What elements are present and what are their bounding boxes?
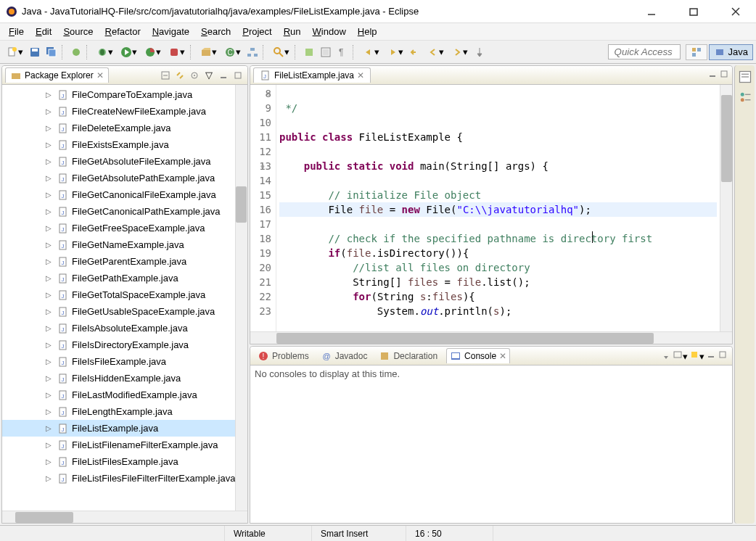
coverage-button[interactable]: ▾ (141, 44, 164, 60)
java-perspective-button[interactable]: Java (709, 44, 753, 60)
tree-hscrollbar[interactable] (2, 511, 247, 523)
code-line[interactable]: // initialize File object (279, 188, 717, 202)
tree-item[interactable]: ▷JFileCompareToExample.java (2, 86, 247, 103)
save-all-button[interactable] (44, 44, 59, 60)
quick-access-input[interactable] (608, 44, 681, 59)
tree-item[interactable]: ▷JFileLastModifiedExample.java (2, 387, 247, 403)
pin-console-icon[interactable] (661, 350, 671, 362)
link-editor-icon[interactable] (173, 69, 186, 82)
menu-search[interactable]: Search (195, 25, 237, 38)
open-perspective-button[interactable] (686, 44, 707, 60)
open-type-button[interactable] (68, 44, 84, 60)
menu-help[interactable]: Help (352, 25, 383, 38)
last-edit-button[interactable] (407, 44, 423, 60)
code-line[interactable]: File file = new File("C:\\javatutorialhq… (279, 202, 717, 217)
tree-item[interactable]: ▷JFileGetUsableSpaceExample.java (2, 303, 247, 320)
menu-navigate[interactable]: Navigate (147, 25, 195, 38)
editor-tab[interactable]: J FileListExample.java ✕ (253, 67, 371, 83)
tree-item[interactable]: ▷JFileLengthExample.java (2, 403, 247, 420)
console-maximize-icon[interactable] (718, 350, 728, 362)
toggle-block-button[interactable] (318, 44, 334, 60)
tab-declaration[interactable]: Declaration (376, 349, 440, 363)
tree-item[interactable]: ▷JFileIsFileExample.java (2, 353, 247, 370)
tree-item[interactable]: ▷JFileGetCanonicalPathExample.java (2, 203, 247, 220)
tree-item[interactable]: ▷JFileIsAbsoluteExample.java (2, 320, 247, 336)
menu-run[interactable]: Run (278, 25, 307, 38)
code-line[interactable]: for(String s:files){ (279, 289, 717, 304)
code-line[interactable]: public static void main(String[] args) { (279, 159, 717, 173)
code-line[interactable]: //list all files on directory (279, 260, 717, 275)
display-console-icon[interactable]: ▾ (673, 350, 688, 362)
tree-item[interactable]: ▷JFileGetFreeSpaceExample.java (2, 220, 247, 236)
close-button[interactable] (721, 1, 750, 22)
toggle-mark-button[interactable] (301, 44, 317, 60)
code-line[interactable] (279, 217, 717, 231)
editor-maximize-icon[interactable] (719, 69, 729, 81)
close-icon[interactable]: ✕ (96, 70, 104, 80)
code-line[interactable]: if(file.isDirectory()){ (279, 246, 717, 260)
collapse-all-icon[interactable] (159, 69, 172, 82)
tree-item[interactable]: ▷JFileListFilesFileFilterFilterExample.j… (2, 470, 247, 487)
package-explorer-tab[interactable]: Package Explorer ✕ (5, 67, 109, 83)
tree-item[interactable]: ▷JFileIsDirectoryExample.java (2, 336, 247, 353)
maximize-button[interactable] (679, 1, 708, 22)
show-whitespace-button[interactable]: ¶ (334, 44, 350, 60)
annotation-prev-button[interactable]: ▾ (359, 44, 382, 60)
tab-javadoc[interactable]: @Javadoc (318, 349, 371, 363)
code-line[interactable]: */ (279, 101, 717, 115)
focus-icon[interactable] (188, 69, 201, 82)
menu-source[interactable]: Source (57, 25, 99, 38)
menu-edit[interactable]: Edit (30, 25, 57, 38)
close-icon[interactable]: ✕ (499, 351, 506, 361)
view-menu-icon[interactable]: ▽ (202, 69, 215, 82)
forward-button[interactable]: ▾ (448, 44, 471, 60)
menu-file[interactable]: File (3, 25, 30, 38)
tree-item[interactable]: ▷JFileCreateNewFileExample.java (2, 103, 247, 120)
menu-project[interactable]: Project (237, 25, 277, 38)
tab-problems[interactable]: !Problems (255, 349, 312, 363)
tree-item[interactable]: ▷JFileListFilenameFilterExample.java (2, 437, 247, 453)
code-line[interactable]: String[] files = file.list(); (279, 275, 717, 289)
code-line[interactable] (279, 173, 717, 188)
code-line[interactable] (279, 115, 717, 130)
code-line[interactable]: System.out.println(s); (279, 304, 717, 318)
code-line[interactable] (279, 144, 717, 159)
outline-icon[interactable] (738, 90, 752, 104)
open-console-icon[interactable]: ▾ (689, 350, 704, 362)
ext-tools-button[interactable]: ▾ (165, 44, 188, 60)
editor-minimize-icon[interactable] (707, 69, 718, 81)
code-line[interactable]: public class FileListExample { (279, 130, 717, 144)
tree-item[interactable]: ▷JFileExistsExample.java (2, 136, 247, 153)
tree-item[interactable]: ▷JFileGetTotalSpaceExample.java (2, 286, 247, 303)
tab-console[interactable]: Console ✕ (446, 348, 510, 363)
back-button[interactable]: ▾ (424, 44, 447, 60)
pin-button[interactable] (472, 44, 488, 60)
tree-item[interactable]: ▷JFileGetCanonicalFileExample.java (2, 186, 247, 203)
minimize-view-icon[interactable] (217, 69, 230, 82)
tree-item[interactable]: ▷JFileGetNameExample.java (2, 236, 247, 253)
open-type-hierarchy-button[interactable] (245, 44, 260, 60)
new-package-button[interactable]: ▾ (197, 44, 220, 60)
save-button[interactable] (27, 44, 43, 60)
editor-hscrollbar[interactable] (250, 331, 732, 344)
search-button[interactable]: ▾ (269, 44, 292, 60)
run-button[interactable]: ▾ (117, 44, 140, 60)
new-button[interactable]: ▾ (3, 44, 26, 60)
editor-body[interactable]: ⊖89101112⊖1314151617181920212223 */publi… (250, 85, 732, 331)
menu-refactor[interactable]: Refactor (99, 25, 147, 38)
tree-item[interactable]: ▷JFileGetPathExample.java (2, 270, 247, 286)
code-line[interactable]: // check if the specified pathname is di… (279, 231, 717, 246)
tree-item[interactable]: ▷JFileGetAbsolutePathExample.java (2, 170, 247, 186)
tree-item[interactable]: ▷JFileIsHiddenExample.java (2, 370, 247, 387)
menu-window[interactable]: Window (307, 25, 352, 38)
close-tab-icon[interactable]: ✕ (357, 70, 364, 80)
tree-vscrollbar[interactable] (235, 85, 247, 511)
debug-button[interactable]: ▾ (93, 44, 116, 60)
tree-item[interactable]: ▷JFileGetAbsoluteFileExample.java (2, 153, 247, 170)
tree-item[interactable]: ▷JFileGetParentExample.java (2, 253, 247, 270)
annotation-next-button[interactable]: ▾ (383, 44, 406, 60)
code-line[interactable] (279, 86, 717, 101)
editor-vscrollbar[interactable] (720, 85, 732, 331)
tree-item[interactable]: ▷JFileListExample.java (2, 420, 247, 437)
new-class-button[interactable]: C▾ (221, 44, 244, 60)
